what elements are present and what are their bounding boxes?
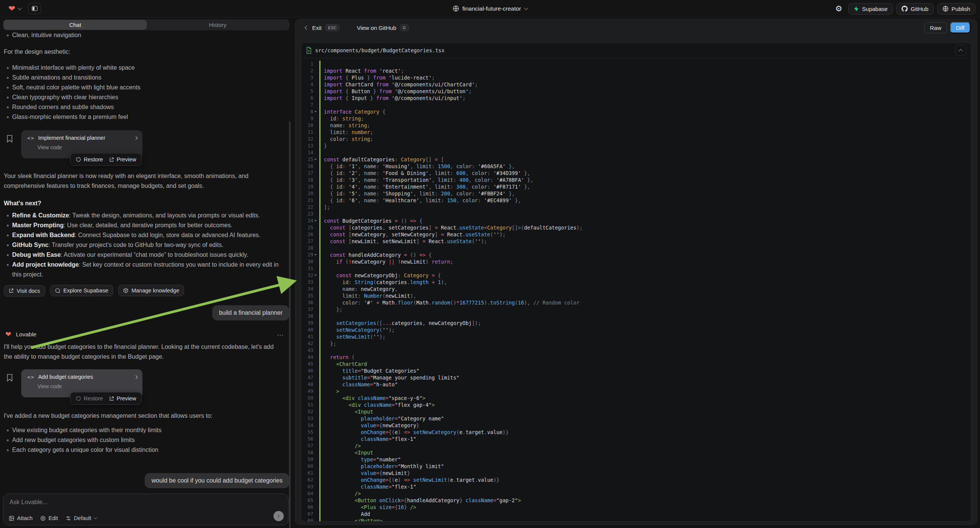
code-line: 1 <box>301 60 971 67</box>
list-item: Add project knowledge: Set key context o… <box>4 260 286 280</box>
bookmark-icon[interactable] <box>6 135 13 143</box>
list-item: Clean typography with clear hierarchies <box>4 92 286 102</box>
code-line: 61 value={newLimit} <box>301 470 971 477</box>
code-line: 56 className="flex-1" <box>301 436 971 442</box>
supabase-button[interactable]: Supabase <box>848 3 893 15</box>
chevron-right-icon <box>134 136 138 140</box>
send-button[interactable]: ↑ <box>274 511 284 521</box>
publish-globe-icon <box>942 6 948 12</box>
list-item: Subtle animations and transitions <box>4 73 286 83</box>
code-line: 36 color: '#' + Math.floor(Math.random()… <box>301 299 971 306</box>
code-line: 44 return ( <box>301 354 971 361</box>
tab-history[interactable]: History <box>146 20 289 30</box>
back-chevron-icon[interactable] <box>305 25 309 30</box>
assistant-name: Lovable <box>16 331 37 338</box>
code-line: 53 placeholder="Category name" <box>301 415 971 422</box>
list-item: Minimalist interface with plenty of whit… <box>4 63 286 73</box>
code-line: 18 { id: '3', name: 'Transportation', li… <box>301 177 971 183</box>
attach-button[interactable]: Attach <box>9 515 33 521</box>
raw-button[interactable]: Raw <box>924 22 947 33</box>
list-item: View existing budget categories with the… <box>4 425 286 435</box>
publish-button[interactable]: Publish <box>937 3 975 15</box>
chat-history-tabs: Chat History <box>3 19 290 30</box>
code-line: 49 > <box>301 388 971 395</box>
code-line: 4import ChartCard from '@/components/ui/… <box>301 81 971 88</box>
tab-chat[interactable]: Chat <box>4 20 146 30</box>
github-button[interactable]: GitHub <box>896 3 934 15</box>
list-item: Glass-morphic elements for a premium fee… <box>4 112 286 122</box>
code-line: 51 <div className="flex gap-4"> <box>301 401 971 408</box>
github-icon <box>902 6 908 12</box>
g-key-badge: G <box>400 24 409 31</box>
visit-docs-button[interactable]: Visit docs <box>4 285 45 297</box>
code-line: 32 const newCategoryObj: Category = { <box>301 272 971 279</box>
settings-button[interactable]: ⚙ <box>833 4 845 13</box>
code-line: 12 color: string; <box>301 135 971 142</box>
code-line: 45 <ChartCard <box>301 361 971 367</box>
code-view-toolbar: Exit ESC View on GitHub G Raw Diff <box>296 19 977 36</box>
collapse-file-button[interactable] <box>955 45 966 56</box>
code-line: 26 const [newCategory, setNewCategory] =… <box>301 231 971 238</box>
restore-button[interactable]: Restore <box>76 396 103 401</box>
knowledge-box-icon <box>123 288 129 293</box>
code-line: 60 placeholder="Monthly limit" <box>301 463 971 470</box>
project-selector[interactable]: financial-future-creator <box>452 5 527 12</box>
lovable-app: ❤ financial-future-creator ⚙ Supabase <box>0 0 980 528</box>
code-line: 22]; <box>301 204 971 211</box>
lovable-heart-icon: ❤ <box>5 330 11 339</box>
open-in-new-icon <box>109 396 114 401</box>
sliders-icon <box>65 515 71 521</box>
logo-chevron-down-icon[interactable] <box>18 6 22 10</box>
code-line: 20 { id: '5', name: 'Shopping', limit: 2… <box>301 190 971 197</box>
globe-icon <box>452 5 459 12</box>
sidebar-toggle-button[interactable] <box>28 3 41 14</box>
message-options-button[interactable]: ⋯ <box>277 331 284 339</box>
code-line: 34 name: newCategory, <box>301 286 971 293</box>
ready-paragraph: Your sleek financial planner is now read… <box>4 171 279 191</box>
code-line: 14 <box>301 149 971 156</box>
view-on-github-button[interactable]: View on GitHub <box>357 25 396 31</box>
diff-button[interactable]: Diff <box>950 22 970 33</box>
view-code-link[interactable]: View code <box>38 144 137 150</box>
code-line: 43 <box>301 347 971 354</box>
code-line: 13} <box>301 142 971 149</box>
code-line: 63 className="flex-1" <box>301 483 971 490</box>
view-code-link[interactable]: View code <box>38 383 137 390</box>
code-line: 48 className="h-auto" <box>301 381 971 388</box>
edit-button[interactable]: Edit <box>40 515 58 521</box>
whats-next-heading: What's next? <box>4 199 286 208</box>
code-line: 38 <box>301 313 971 320</box>
list-item: Soft, neutral color palette with light b… <box>4 83 286 92</box>
preview-button[interactable]: Preview <box>109 396 136 401</box>
code-line: 2import React from 'react'; <box>301 67 971 74</box>
restore-button[interactable]: Restore <box>76 156 103 162</box>
code-line: 64 /> <box>301 490 971 497</box>
sidebar-toggle-icon <box>32 6 38 11</box>
lovable-logo-icon: ❤ <box>8 5 15 13</box>
code-line: 37 }; <box>301 306 971 313</box>
chat-bubble-icon <box>55 288 60 293</box>
top-bar: ❤ financial-future-creator ⚙ Supabase <box>0 0 980 17</box>
file-header[interactable]: src/components/budget/BudgetCategories.t… <box>301 43 971 58</box>
code-line: 47 subtitle="Manage your spending limits… <box>301 374 971 381</box>
version-card-title: Implement financial planner <box>38 135 131 141</box>
preview-button[interactable]: Preview <box>109 156 136 162</box>
exit-button[interactable]: Exit <box>312 25 321 31</box>
manage-knowledge-button[interactable]: Manage knowledge <box>118 285 184 296</box>
code-line: 67 Add <box>301 511 971 517</box>
scrolled-bullet: Clean, intuitive navigation <box>4 30 286 40</box>
assistant-header: ❤ Lovable <box>5 330 37 339</box>
composer-input[interactable]: Ask Lovable... <box>10 499 282 506</box>
code-line: 7 <box>301 102 971 108</box>
restore-icon <box>76 396 81 401</box>
restore-icon <box>76 157 81 162</box>
explore-supabase-button[interactable]: Explore Supabase <box>50 285 113 296</box>
chat-scrollbar[interactable] <box>289 121 291 528</box>
code-line: 10 name: string; <box>301 122 971 129</box>
code-line: 23 <box>301 211 971 218</box>
design-bullet-list: Minimalist interface with plenty of whit… <box>4 63 286 122</box>
model-selector[interactable]: Default <box>65 515 97 521</box>
bookmark-icon[interactable] <box>6 374 13 382</box>
supabase-label: Supabase <box>862 6 888 12</box>
code-line: 41 setNewLimit(''); <box>301 333 971 340</box>
